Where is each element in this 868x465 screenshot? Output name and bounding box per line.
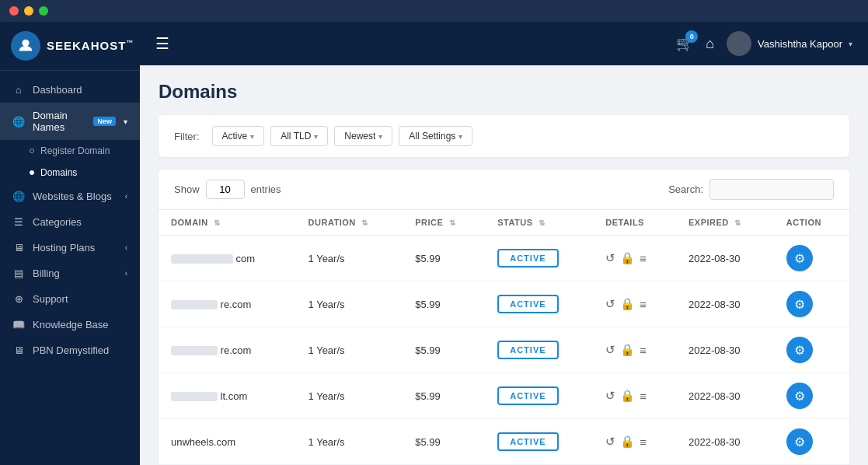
- avatar: [727, 31, 751, 56]
- chevron-right-icon2: ‹: [125, 243, 127, 252]
- maximize-button[interactable]: [39, 6, 48, 16]
- domain-blurred: [171, 254, 233, 264]
- domain-blurred: [171, 392, 218, 401]
- action-cell: ⚙: [774, 236, 849, 281]
- gear-button[interactable]: ⚙: [786, 245, 813, 271]
- sidebar-item-dashboard[interactable]: ⌂ Dashboard: [0, 77, 140, 103]
- page-title: Domains: [159, 81, 849, 103]
- sidebar-item-domains[interactable]: Domains: [0, 162, 140, 184]
- status-cell: ACTIVE: [485, 327, 593, 373]
- window-chrome: [0, 0, 868, 22]
- duration-cell: 1 Year/s: [296, 236, 403, 281]
- filter-newest-button[interactable]: Newest ▾: [334, 126, 392, 146]
- duration-cell: 1 Year/s: [296, 327, 403, 373]
- sidebar-item-register-domain[interactable]: Register Domain: [0, 140, 140, 162]
- user-menu-button[interactable]: Vashishtha Kapoor ▾: [727, 31, 852, 56]
- filter-tld-button[interactable]: All TLD ▾: [270, 126, 328, 146]
- details-icons: ↺🔒≡: [605, 343, 664, 357]
- close-button[interactable]: [9, 6, 19, 16]
- sidebar-item-websites-blogs[interactable]: 🌐 Websites & Blogs ‹: [0, 184, 140, 209]
- table-row: re.com1 Year/s$5.99ACTIVE↺🔒≡2022-08-30⚙: [159, 327, 849, 373]
- sidebar-item-domain-names[interactable]: 🌐 Domain Names New ▾: [0, 103, 140, 140]
- expired-cell: 2022-08-30: [676, 281, 774, 327]
- chevron-right-icon: ‹: [125, 192, 127, 201]
- action-cell: ⚙: [774, 419, 849, 465]
- sort-icon-domain: ⇅: [214, 219, 221, 227]
- col-action: ACTION: [774, 210, 849, 236]
- table-row: re.com1 Year/s$5.99ACTIVE↺🔒≡2022-08-30⚙: [159, 281, 849, 327]
- col-expired: EXPIRED ⇅: [676, 210, 774, 236]
- details-cell: ↺🔒≡: [593, 236, 676, 281]
- lock-icon: 🔒: [620, 389, 635, 403]
- categories-icon: ☰: [12, 216, 25, 228]
- sidebar: SEEKAHOST™ ⌂ Dashboard 🌐 Domain Names Ne…: [0, 22, 140, 465]
- domain-cell: com: [159, 236, 296, 281]
- search-area: Search:: [668, 179, 834, 200]
- domain-cell: unwheels.com: [159, 419, 296, 465]
- action-cell: ⚙: [774, 327, 849, 373]
- support-icon: ⊕: [12, 293, 25, 305]
- filter-settings-button[interactable]: All Settings ▾: [399, 126, 472, 146]
- filter-active-button[interactable]: Active ▾: [212, 126, 265, 146]
- chevron-right-icon3: ‹: [125, 269, 127, 278]
- gear-button[interactable]: ⚙: [786, 291, 813, 317]
- col-duration: DURATION ⇅: [296, 210, 403, 236]
- sort-icon-status: ⇅: [539, 219, 546, 227]
- cart-badge: 0: [685, 30, 698, 43]
- hosting-icon: 🖥: [12, 242, 25, 253]
- globe-icon: 🌐: [12, 116, 25, 128]
- refresh-icon[interactable]: ↺: [605, 251, 615, 265]
- list-icon: ≡: [640, 390, 647, 403]
- home-button[interactable]: ⌂: [706, 36, 714, 52]
- price-cell: $5.99: [403, 419, 485, 465]
- details-cell: ↺🔒≡: [593, 373, 676, 419]
- duration-cell: 1 Year/s: [296, 373, 403, 419]
- gear-button[interactable]: ⚙: [786, 337, 813, 363]
- gear-button[interactable]: ⚙: [786, 428, 813, 455]
- refresh-icon[interactable]: ↺: [605, 435, 615, 449]
- filter-settings-arrow: ▾: [458, 132, 462, 141]
- duration-cell: 1 Year/s: [296, 419, 403, 465]
- search-input[interactable]: [709, 179, 834, 200]
- price-cell: $5.99: [403, 281, 485, 327]
- minimize-button[interactable]: [24, 6, 33, 16]
- lock-icon: 🔒: [620, 297, 635, 311]
- sidebar-item-categories[interactable]: ☰ Categories: [0, 209, 140, 235]
- dot-filled-icon: [30, 170, 34, 175]
- expired-cell: 2022-08-30: [676, 373, 774, 419]
- lock-icon: 🔒: [620, 251, 635, 265]
- domain-blurred: [171, 346, 218, 355]
- dot-icon: [30, 149, 34, 153]
- details-icons: ↺🔒≡: [605, 251, 664, 265]
- table-row: unwheels.com1 Year/s$5.99ACTIVE↺🔒≡2022-0…: [159, 419, 849, 465]
- sort-icon-expired: ⇅: [734, 219, 741, 227]
- sidebar-item-billing[interactable]: ▤ Billing ‹: [0, 260, 140, 286]
- gear-button[interactable]: ⚙: [786, 383, 813, 409]
- entries-input[interactable]: [206, 180, 245, 199]
- domains-table: DOMAIN ⇅ DURATION ⇅ PRICE ⇅ STATUS ⇅ DET…: [159, 209, 849, 465]
- status-badge: ACTIVE: [497, 249, 558, 267]
- details-icons: ↺🔒≡: [605, 297, 664, 311]
- sidebar-item-support[interactable]: ⊕ Support: [0, 286, 140, 312]
- details-cell: ↺🔒≡: [593, 281, 676, 327]
- sidebar-item-knowledge-base[interactable]: 📖 Knowledge Base: [0, 312, 140, 337]
- expired-cell: 2022-08-30: [676, 419, 774, 465]
- sidebar-item-hosting-plans[interactable]: 🖥 Hosting Plans ‹: [0, 235, 140, 260]
- sort-icon-duration: ⇅: [361, 219, 368, 227]
- refresh-icon[interactable]: ↺: [605, 343, 615, 357]
- refresh-icon[interactable]: ↺: [605, 389, 615, 403]
- domain-blurred: [171, 300, 218, 309]
- refresh-icon[interactable]: ↺: [605, 297, 615, 311]
- status-badge: ACTIVE: [497, 295, 558, 313]
- table-row: com1 Year/s$5.99ACTIVE↺🔒≡2022-08-30⚙: [159, 236, 849, 281]
- status-badge: ACTIVE: [497, 386, 558, 405]
- sidebar-item-pbn-demystified[interactable]: 🖥 PBN Demystified: [0, 337, 140, 363]
- status-badge: ACTIVE: [497, 341, 558, 359]
- topbar: ☰ 🛒 0 ⌂ Vashishtha Kapoor ▾: [140, 22, 868, 65]
- domain-cell: lt.com: [159, 373, 296, 419]
- cart-button[interactable]: 🛒 0: [676, 35, 693, 52]
- sort-icon-price: ⇅: [449, 219, 456, 227]
- col-status: STATUS ⇅: [485, 210, 593, 236]
- details-cell: ↺🔒≡: [593, 419, 676, 465]
- hamburger-button[interactable]: ☰: [155, 34, 169, 53]
